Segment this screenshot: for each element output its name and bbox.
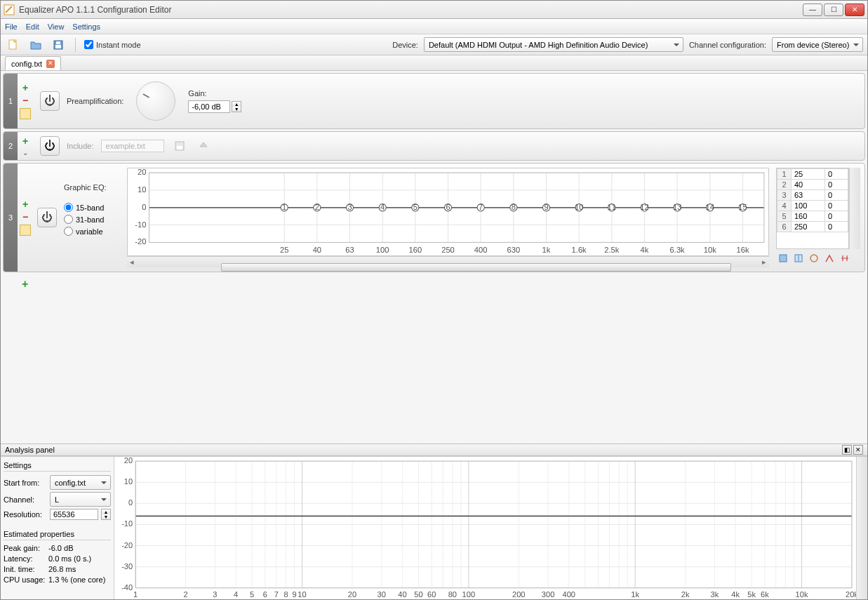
new-file-icon[interactable] xyxy=(5,36,22,53)
power-button[interactable]: ⏻ xyxy=(40,136,60,156)
svg-text:100: 100 xyxy=(462,590,475,599)
eq-band-panel: 125024003630410005160062500 xyxy=(776,168,860,267)
edit-icon[interactable] xyxy=(20,108,31,119)
menu-edit[interactable]: Edit xyxy=(26,22,39,31)
svg-text:40: 40 xyxy=(398,590,406,599)
table-row[interactable]: 3630 xyxy=(777,190,848,201)
invert-icon[interactable] xyxy=(822,251,836,265)
radio-31band[interactable]: 31-band xyxy=(64,215,120,224)
minimize-button[interactable]: — xyxy=(803,4,822,16)
add-block-icon[interactable]: + xyxy=(22,278,28,290)
svg-text:6.3k: 6.3k xyxy=(670,246,685,254)
svg-text:10: 10 xyxy=(124,477,133,486)
workspace: 1 + − ⏻ Preamplification: Gain: -6,00 dB… xyxy=(1,71,867,444)
remove-icon[interactable]: − xyxy=(22,212,28,222)
svg-text:-20: -20 xyxy=(121,541,133,549)
resolution-spinner[interactable]: ▲▼ xyxy=(101,509,111,520)
svg-text:1: 1 xyxy=(133,590,138,599)
dock-icon[interactable]: ◧ xyxy=(842,445,852,455)
instant-mode-input[interactable] xyxy=(84,40,93,49)
svg-rect-3 xyxy=(55,45,61,48)
svg-text:630: 630 xyxy=(507,246,521,254)
menu-file[interactable]: File xyxy=(5,22,18,31)
radio-15band[interactable]: 15-band xyxy=(64,203,120,212)
add-icon[interactable]: + xyxy=(22,136,28,146)
svg-text:1: 1 xyxy=(282,203,286,211)
svg-text:10: 10 xyxy=(298,590,306,599)
svg-text:400: 400 xyxy=(474,246,488,254)
tab-close-icon[interactable]: ✕ xyxy=(46,60,55,68)
gain-field[interactable]: -6,00 dB xyxy=(188,100,230,113)
up-icon[interactable] xyxy=(195,138,212,154)
normalize-icon[interactable] xyxy=(838,251,852,265)
svg-text:250: 250 xyxy=(441,246,455,254)
svg-text:4k: 4k xyxy=(731,590,740,599)
save-include-icon[interactable] xyxy=(171,138,188,154)
svg-text:2k: 2k xyxy=(681,590,690,599)
table-row[interactable]: 51600 xyxy=(777,211,848,222)
svg-text:200: 200 xyxy=(512,590,525,599)
titlebar: Equalizer APO 1.1.1 Configuration Editor… xyxy=(1,1,867,19)
settings-title: Settings xyxy=(4,460,111,472)
svg-text:20: 20 xyxy=(138,168,146,176)
svg-text:8: 8 xyxy=(512,203,516,211)
edit-icon[interactable] xyxy=(20,225,31,236)
analysis-vscrollbar[interactable] xyxy=(856,457,867,599)
add-icon[interactable]: + xyxy=(22,199,28,209)
channel-combo[interactable]: L xyxy=(50,492,111,507)
add-icon[interactable]: + xyxy=(22,83,28,93)
svg-text:12: 12 xyxy=(640,203,648,211)
table-row[interactable]: 1250 xyxy=(777,169,848,180)
remove-icon[interactable]: − xyxy=(22,95,28,105)
tabstrip: config.txt ✕ xyxy=(1,55,867,71)
close-panel-icon[interactable]: ✕ xyxy=(853,445,863,455)
svg-text:3k: 3k xyxy=(711,590,719,599)
power-button[interactable]: ⏻ xyxy=(40,91,60,111)
block-include: 2 + ⌄ ⏻ Include: example.txt xyxy=(3,131,865,161)
close-button[interactable]: ✕ xyxy=(845,4,864,16)
svg-text:11: 11 xyxy=(608,203,616,211)
chancfg-value: From device (Stereo) xyxy=(777,41,849,49)
save-file-icon[interactable] xyxy=(50,36,67,53)
menu-view[interactable]: View xyxy=(48,22,65,31)
block-sidecol: + − xyxy=(18,164,33,272)
start-from-combo[interactable]: config.txt xyxy=(50,475,111,490)
chancfg-combo[interactable]: From device (Stereo) xyxy=(772,37,863,52)
instant-mode-checkbox[interactable]: Instant mode xyxy=(84,40,141,49)
reset-icon[interactable] xyxy=(807,251,821,265)
power-button[interactable]: ⏻ xyxy=(37,208,57,227)
latency-label: Latency: xyxy=(4,554,48,563)
include-file-field[interactable]: example.txt xyxy=(101,140,164,152)
band-vscrollbar[interactable] xyxy=(849,168,860,249)
tab-config[interactable]: config.txt ✕ xyxy=(5,56,61,70)
table-row[interactable]: 62500 xyxy=(777,222,848,232)
analysis-chart[interactable]: 20100-10-20-30-4012345678910203040506080… xyxy=(114,457,856,599)
gain-knob[interactable] xyxy=(131,78,181,124)
device-combo[interactable]: Default (AMD HDMI Output - AMD High Defi… xyxy=(424,37,683,52)
table-row[interactable]: 2400 xyxy=(777,180,848,190)
analysis-panel: Settings Start from: config.txt Channel:… xyxy=(1,456,867,599)
block-number: 2 xyxy=(4,132,18,160)
resolution-field[interactable]: 65536 xyxy=(50,509,98,520)
chevron-down-icon[interactable]: ⌄ xyxy=(22,149,28,156)
resolution-label: Resolution: xyxy=(4,510,47,519)
svg-text:7: 7 xyxy=(479,203,483,211)
menubar: File Edit View Settings xyxy=(1,19,867,34)
svg-text:40: 40 xyxy=(313,246,321,254)
svg-text:20k: 20k xyxy=(846,590,856,599)
svg-text:20: 20 xyxy=(124,457,133,465)
svg-text:4: 4 xyxy=(234,590,238,599)
gain-spinner[interactable]: ▲▼ xyxy=(232,101,241,112)
band-table[interactable]: 125024003630410005160062500 xyxy=(776,168,849,249)
menu-settings[interactable]: Settings xyxy=(72,22,100,31)
eq-hscrollbar[interactable]: ◂ ▸ xyxy=(127,256,769,267)
table-row[interactable]: 41000 xyxy=(777,201,848,211)
export-icon[interactable] xyxy=(792,251,806,265)
eq-chart[interactable]: 20100-10-2025140263310041605250640076308… xyxy=(127,168,769,256)
maximize-button[interactable]: ☐ xyxy=(824,4,843,16)
import-icon[interactable] xyxy=(776,251,790,265)
radio-variable[interactable]: variable xyxy=(64,227,120,236)
svg-text:2: 2 xyxy=(184,590,188,599)
open-file-icon[interactable] xyxy=(27,36,44,53)
app-icon xyxy=(4,4,15,15)
